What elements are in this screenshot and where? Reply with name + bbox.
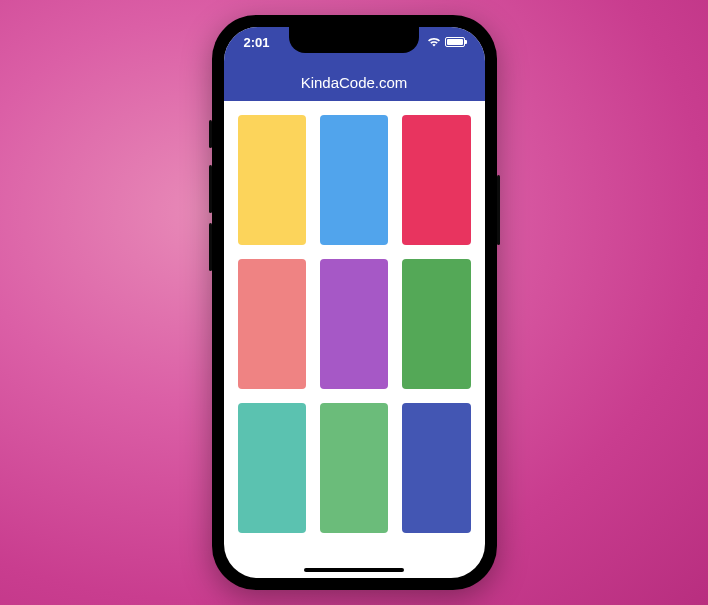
- grid-tile[interactable]: [320, 259, 388, 389]
- grid-tile[interactable]: [238, 403, 306, 533]
- volume-down-button: [209, 223, 212, 271]
- phone-screen: 2:01 KindaCode.com: [224, 27, 485, 578]
- status-time: 2:01: [244, 35, 270, 50]
- grid-tile[interactable]: [402, 259, 470, 389]
- grid-tile[interactable]: [238, 115, 306, 245]
- grid-tile[interactable]: [320, 115, 388, 245]
- power-button: [497, 175, 500, 245]
- phone-notch: [289, 27, 419, 53]
- grid-tile[interactable]: [402, 403, 470, 533]
- volume-up-button: [209, 165, 212, 213]
- color-grid[interactable]: [224, 101, 485, 547]
- app-title: KindaCode.com: [224, 74, 485, 91]
- grid-tile[interactable]: [402, 115, 470, 245]
- home-indicator[interactable]: [304, 568, 404, 572]
- grid-tile[interactable]: [238, 259, 306, 389]
- grid-tile[interactable]: [320, 403, 388, 533]
- phone-frame: 2:01 KindaCode.com: [212, 15, 497, 590]
- mute-switch: [209, 120, 212, 148]
- battery-icon: [445, 37, 465, 47]
- wifi-icon: [427, 35, 441, 50]
- status-icons: [427, 35, 465, 50]
